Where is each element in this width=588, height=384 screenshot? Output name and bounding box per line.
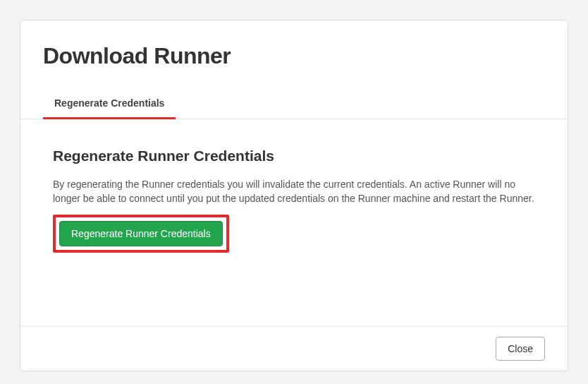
- modal-footer: Close: [20, 327, 568, 371]
- tabs-bar: Regenerate Credentials: [20, 89, 568, 119]
- section-title: Regenerate Runner Credentials: [53, 148, 535, 164]
- download-runner-modal: Download Runner Regenerate Credentials R…: [20, 20, 568, 371]
- tab-regenerate-credentials[interactable]: Regenerate Credentials: [43, 89, 176, 119]
- modal-title: Download Runner: [43, 43, 545, 69]
- close-button[interactable]: Close: [496, 337, 545, 361]
- section-text: By regenerating the Runner credentials y…: [53, 177, 535, 206]
- modal-body: Regenerate Runner Credentials By regener…: [20, 119, 568, 327]
- highlight-box: Regenerate Runner Credentials: [53, 215, 229, 253]
- modal-header: Download Runner: [20, 20, 568, 89]
- regenerate-credentials-button[interactable]: Regenerate Runner Credentials: [59, 221, 223, 246]
